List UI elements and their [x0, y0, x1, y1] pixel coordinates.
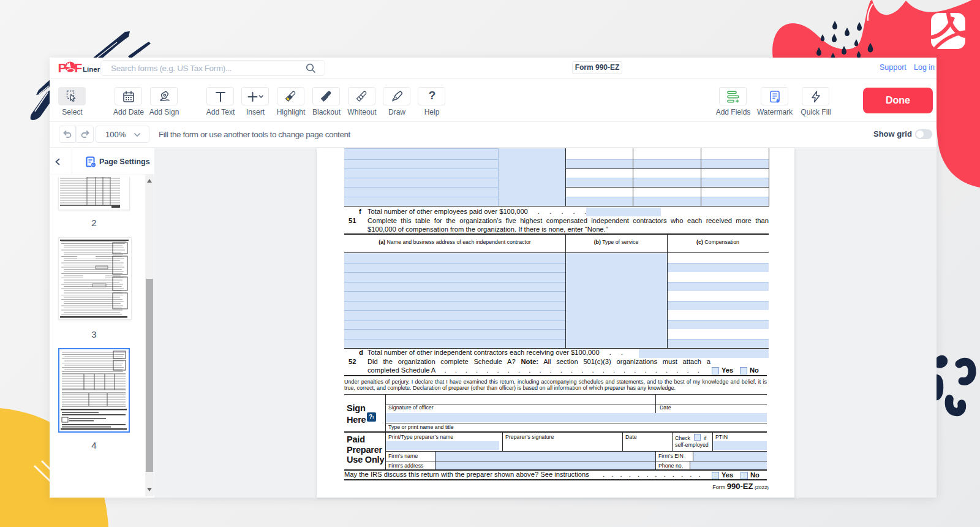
svg-text:F: F [75, 61, 83, 75]
svg-text:Liner: Liner [83, 66, 100, 73]
